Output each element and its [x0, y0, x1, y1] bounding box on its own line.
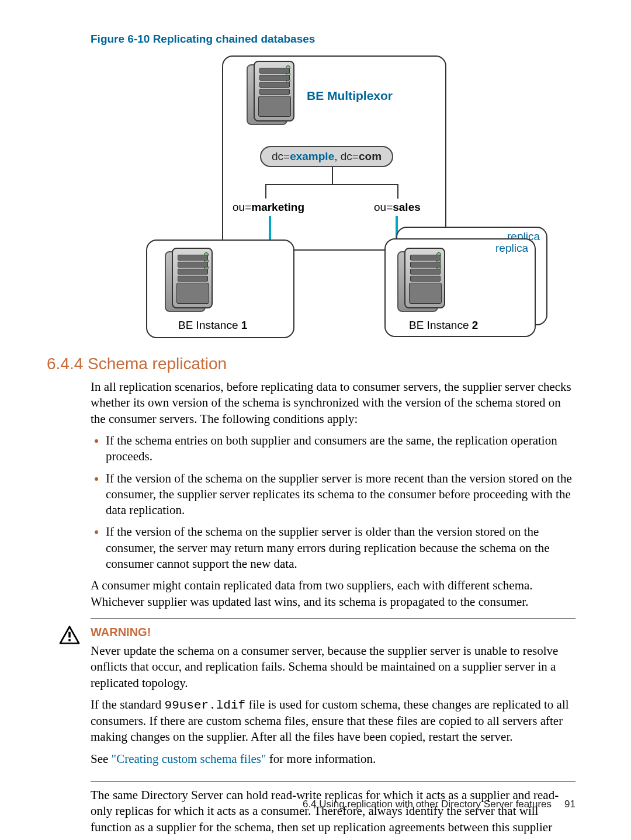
figure-caption: Figure 6-10 Replicating chained database…: [91, 32, 575, 47]
code-filename: 99user.ldif: [165, 699, 246, 712]
page-footer: 6.4 Using replication with other Directo…: [303, 798, 575, 811]
replica-label-2: replica: [495, 241, 528, 256]
ou-sales-label: ou=sales: [374, 200, 421, 215]
warning-icon: [58, 626, 81, 647]
multiplexor-label: BE Multiplexor: [307, 88, 393, 103]
root-dn-pill: dc=example, dc=com: [260, 146, 393, 168]
page-number: 91: [564, 799, 575, 810]
list-item: If the version of the schema on the supp…: [106, 524, 575, 572]
list-item: If the version of the schema on the supp…: [106, 471, 575, 519]
svg-rect-1: [68, 639, 71, 641]
cross-reference-link[interactable]: "Creating custom schema files": [112, 752, 266, 766]
list-item: If the schema entries on both supplier a…: [106, 433, 575, 465]
figure-diagram: BE Multiplexor dc=example, dc=com ou=mar…: [117, 55, 549, 342]
server-icon: [158, 245, 210, 315]
section-heading: 6.4.4 Schema replication: [47, 353, 575, 374]
warning-paragraph-2: If the standard 99user.ldif file is used…: [91, 697, 575, 745]
warning-paragraph-3: See "Creating custom schema files" for m…: [91, 751, 575, 767]
ou-marketing-label: ou=marketing: [233, 200, 304, 215]
conditions-list: If the schema entries on both supplier a…: [91, 433, 575, 572]
svg-rect-0: [68, 632, 71, 638]
warning-heading: WARNING!: [91, 624, 575, 640]
be1-label: BE Instance 1: [178, 318, 247, 333]
divider: [91, 618, 575, 619]
server-icon: [240, 58, 292, 129]
server-icon: [390, 245, 443, 315]
after-warning-paragraph: The same Directory Server can hold read-…: [91, 787, 575, 835]
warning-paragraph-1: Never update the schema on a consumer se…: [91, 643, 575, 691]
divider: [91, 781, 575, 782]
intro-paragraph: In all replication scenarios, before rep…: [91, 379, 575, 427]
after-bullets-paragraph: A consumer might contain replicated data…: [91, 578, 575, 610]
be2-label: BE Instance 2: [409, 318, 478, 333]
